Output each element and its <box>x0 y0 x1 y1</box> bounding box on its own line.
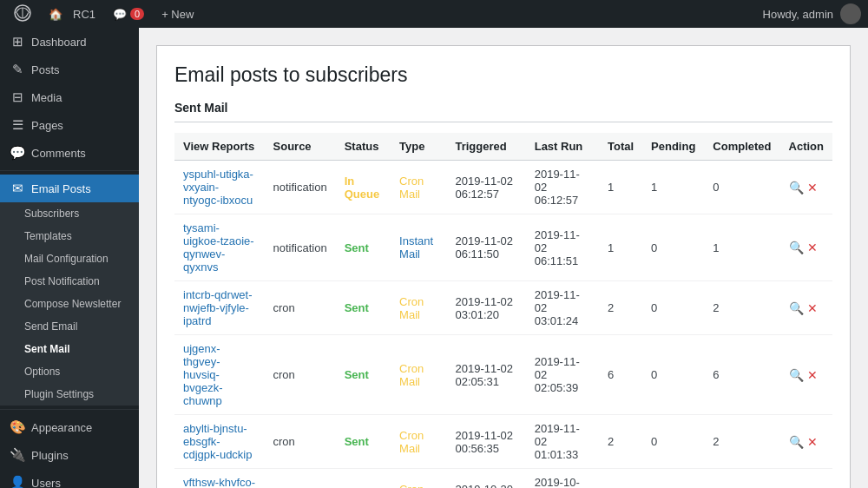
th-action: Action <box>780 133 832 161</box>
delete-icon-4[interactable]: ✕ <box>807 435 818 449</box>
site-name-group: 🏠 RC1 <box>49 4 102 24</box>
cell-total-4: 2 <box>599 415 642 469</box>
cell-total-0: 1 <box>599 161 642 214</box>
view-icon-2[interactable]: 🔍 <box>789 301 804 315</box>
table-row: vfthsw-khvfco-ezhayi-zdgbvf-rxcvyh cron … <box>174 469 832 489</box>
plugins-icon: 🔌 <box>10 448 24 462</box>
submenu-label-mail-configuration: Mail Configuration <box>24 253 108 265</box>
cell-status-4: Sent <box>336 415 391 469</box>
cell-type-5: Cron Mail <box>391 469 446 489</box>
th-pending: Pending <box>642 133 704 161</box>
submenu-item-options[interactable]: Options <box>0 360 139 383</box>
th-triggered: Triggered <box>446 133 525 161</box>
cell-pending-0: 1 <box>642 161 704 214</box>
submenu-item-templates[interactable]: Templates <box>0 225 139 247</box>
cell-last-run-3: 2019-11-02 02:05:39 <box>526 335 599 415</box>
sidebar-label-pages: Pages <box>31 119 63 132</box>
submenu-item-send-email[interactable]: Send Email <box>0 315 139 338</box>
view-reports-link-3[interactable]: ujgenx-thgvey-huvsiq-bvgezk-chuwnp <box>183 342 223 407</box>
sidebar-item-pages[interactable]: ☰ Pages <box>0 111 139 139</box>
view-icon-1[interactable]: 🔍 <box>789 241 804 254</box>
table-row: ujgenx-thgvey-huvsiq-bvgezk-chuwnp cron … <box>174 335 832 415</box>
delete-icon-1[interactable]: ✕ <box>807 241 818 254</box>
submenu-label-sent-mail: Sent Mail <box>24 343 70 355</box>
submenu-label-plugin-settings: Plugin Settings <box>24 388 94 400</box>
cell-action-5: 🔍 ✕ <box>780 469 832 489</box>
delete-icon-2[interactable]: ✕ <box>807 301 818 315</box>
cell-type-0: Cron Mail <box>391 161 446 214</box>
sidebar-item-appearance[interactable]: 🎨 Appearance <box>0 413 139 441</box>
cell-source-4: cron <box>265 415 336 469</box>
sidebar-label-posts: Posts <box>31 63 60 76</box>
comments-group: 💬 0 <box>113 8 144 21</box>
th-type: Type <box>391 133 446 161</box>
view-icon-4[interactable]: 🔍 <box>789 435 804 449</box>
delete-icon-0[interactable]: ✕ <box>807 181 818 195</box>
cell-action-3: 🔍 ✕ <box>780 335 832 415</box>
table-row: yspuhl-utigka-vxyain-ntyogc-ibxocu notif… <box>174 161 832 214</box>
sidebar-label-plugins: Plugins <box>31 449 69 462</box>
sidebar-label-appearance: Appearance <box>31 421 92 434</box>
cell-triggered-5: 2019-10-30 12:18:27 <box>446 469 525 489</box>
view-reports-link-0[interactable]: yspuhl-utigka-vxyain-ntyogc-ibxocu <box>183 168 253 207</box>
submenu-item-plugin-settings[interactable]: Plugin Settings <box>0 383 139 406</box>
view-icon-3[interactable]: 🔍 <box>789 368 804 382</box>
sidebar-item-dashboard[interactable]: ⊞ Dashboard <box>0 28 139 56</box>
sidebar-item-media[interactable]: ⊟ Media <box>0 83 139 111</box>
cell-status-2: Sent <box>336 281 391 335</box>
howdy-text: Howdy, admin <box>763 8 833 21</box>
cell-type-2: Cron Mail <box>391 281 446 335</box>
cell-status-5: Sent <box>336 469 391 489</box>
email-posts-submenu: Subscribers Templates Mail Configuration… <box>0 202 139 406</box>
view-reports-link-2[interactable]: intcrb-qdrwet-nwjefb-vjfyle-ipatrd <box>183 288 252 327</box>
sidebar-label-users: Users <box>31 477 61 489</box>
cell-view-reports-2: intcrb-qdrwet-nwjefb-vjfyle-ipatrd <box>174 281 265 335</box>
cell-completed-2: 2 <box>704 281 779 335</box>
view-icon-0[interactable]: 🔍 <box>789 181 804 195</box>
sidebar-label-media: Media <box>31 91 62 104</box>
sidebar-item-email-posts[interactable]: ✉ Email Posts <box>0 175 139 202</box>
submenu-label-compose-newsletter: Compose Newsletter <box>24 298 121 310</box>
submenu-item-compose-newsletter[interactable]: Compose Newsletter <box>0 293 139 315</box>
sidebar-item-plugins[interactable]: 🔌 Plugins <box>0 441 139 469</box>
page-title: Email posts to subscribers <box>174 63 832 87</box>
table-header-row: View Reports Source Status Type Triggere… <box>174 133 832 161</box>
delete-icon-3[interactable]: ✕ <box>807 368 818 382</box>
th-status: Status <box>336 133 391 161</box>
media-icon: ⊟ <box>10 90 24 104</box>
submenu-item-mail-configuration[interactable]: Mail Configuration <box>0 247 139 270</box>
email-posts-icon: ✉ <box>10 181 24 195</box>
sidebar-item-users[interactable]: 👤 Users <box>0 469 139 488</box>
submenu-label-options: Options <box>24 366 60 378</box>
site-name-link[interactable]: RC1 <box>66 4 102 24</box>
sidebar-label-dashboard: Dashboard <box>31 36 87 49</box>
cell-view-reports-0: yspuhl-utigka-vxyain-ntyogc-ibxocu <box>174 161 265 214</box>
table-row: abylti-bjnstu-ebsgfk-cdjgpk-udckip cron … <box>174 415 832 469</box>
view-reports-link-1[interactable]: tysami-uigkoe-tzaoie-qynwev-qyxnvs <box>183 221 254 274</box>
cell-total-1: 1 <box>599 214 642 281</box>
wp-logo-link[interactable] <box>7 1 38 28</box>
view-reports-link-4[interactable]: abylti-bjnstu-ebsgfk-cdjgpk-udckip <box>183 422 253 461</box>
sidebar-item-comments[interactable]: 💬 Comments <box>0 139 139 167</box>
content-wrap: Email posts to subscribers Sent Mail Vie… <box>156 45 851 488</box>
cell-triggered-2: 2019-11-02 03:01:20 <box>446 281 525 335</box>
cell-last-run-2: 2019-11-02 03:01:24 <box>526 281 599 335</box>
cell-view-reports-5: vfthsw-khvfco-ezhayi-zdgbvf-rxcvyh <box>174 469 265 489</box>
cell-action-1: 🔍 ✕ <box>780 214 832 281</box>
submenu-item-subscribers[interactable]: Subscribers <box>0 202 139 225</box>
view-reports-link-5[interactable]: vfthsw-khvfco-ezhayi-zdgbvf-rxcvyh <box>183 476 255 488</box>
th-completed: Completed <box>704 133 779 161</box>
cell-pending-1: 0 <box>642 214 704 281</box>
cell-last-run-0: 2019-11-02 06:12:57 <box>526 161 599 214</box>
cell-source-5: cron <box>265 469 336 489</box>
sidebar-item-posts[interactable]: ✎ Posts <box>0 56 139 83</box>
new-content-link[interactable]: + New <box>155 4 201 24</box>
posts-icon: ✎ <box>10 63 24 76</box>
wp-logo-icon <box>14 4 31 22</box>
submenu-item-sent-mail[interactable]: Sent Mail <box>0 338 139 360</box>
cell-triggered-0: 2019-11-02 06:12:57 <box>446 161 525 214</box>
submenu-item-post-notification[interactable]: Post Notification <box>0 270 139 293</box>
cell-source-0: notification <box>265 161 336 214</box>
cell-last-run-1: 2019-11-02 06:11:51 <box>526 214 599 281</box>
cell-triggered-1: 2019-11-02 06:11:50 <box>446 214 525 281</box>
